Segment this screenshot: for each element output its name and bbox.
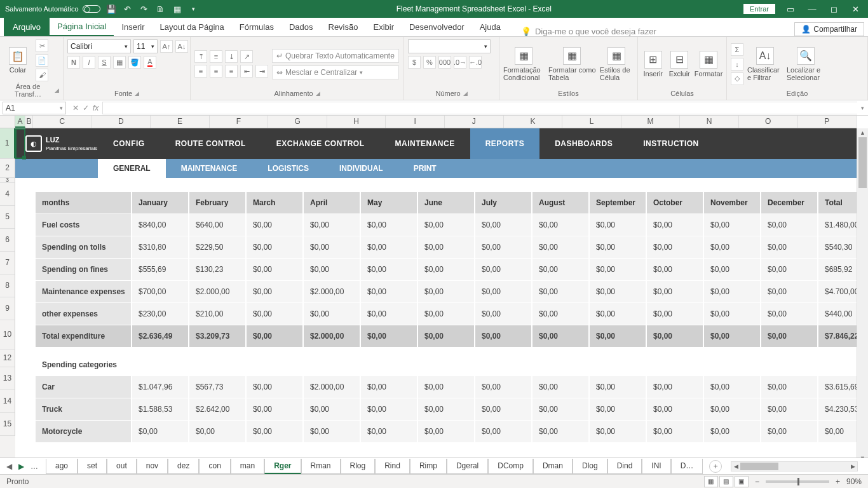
cell[interactable]: $229,50 bbox=[189, 236, 245, 259]
col-header-I[interactable]: I bbox=[386, 116, 445, 128]
autosum-icon[interactable]: Σ bbox=[731, 43, 743, 56]
cell[interactable]: $0,00 bbox=[647, 303, 703, 325]
cell[interactable]: $0,00 bbox=[532, 281, 588, 303]
cell[interactable]: $540,30 bbox=[818, 236, 857, 259]
cell[interactable]: $2.000,00 bbox=[304, 325, 360, 348]
align-right-icon[interactable]: ≡ bbox=[225, 65, 238, 78]
cell[interactable]: $0,00 bbox=[761, 236, 817, 259]
cell[interactable]: $0,00 bbox=[418, 236, 474, 259]
share-button[interactable]: 👤 Compartilhar bbox=[794, 22, 864, 36]
fill-color-icon[interactable]: 🪣 bbox=[128, 56, 141, 69]
cell[interactable]: $0,00 bbox=[475, 398, 531, 421]
col-header-H[interactable]: H bbox=[327, 116, 386, 128]
grid-content[interactable]: ◐ LUZPlanilhas Empresariais CONFIGROUTE … bbox=[15, 128, 857, 463]
dialog-launcher-icon[interactable]: ◢ bbox=[55, 87, 59, 93]
cell[interactable]: $0,00 bbox=[590, 236, 646, 259]
cell[interactable]: $0,00 bbox=[761, 214, 817, 236]
cell[interactable]: $0,00 bbox=[704, 398, 760, 421]
italic-icon[interactable]: I bbox=[83, 56, 95, 69]
close-icon[interactable]: ✕ bbox=[849, 3, 862, 15]
app-nav-config[interactable]: CONFIG bbox=[98, 128, 160, 159]
cell[interactable]: $440,00 bbox=[818, 303, 857, 325]
cell[interactable]: $2.000,00 bbox=[304, 281, 360, 303]
sheet-tab-out[interactable]: out bbox=[107, 459, 137, 474]
cell[interactable]: $0,00 bbox=[761, 398, 817, 421]
cell[interactable]: $0,00 bbox=[418, 398, 474, 421]
cell[interactable]: $0,00 bbox=[532, 303, 588, 325]
cell[interactable]: $0,00 bbox=[361, 214, 417, 236]
row-headers[interactable]: 1234567891012131415 bbox=[0, 128, 15, 463]
cell[interactable]: $0,00 bbox=[247, 325, 302, 348]
scroll-left-icon[interactable]: ◀ bbox=[731, 462, 740, 471]
cell[interactable]: $567,73 bbox=[189, 376, 245, 398]
sheet-tab-con[interactable]: con bbox=[199, 459, 230, 474]
cell[interactable]: $210,00 bbox=[189, 303, 245, 325]
col-header-F[interactable]: F bbox=[210, 116, 269, 128]
col-header-G[interactable]: G bbox=[268, 116, 327, 128]
increase-indent-icon[interactable]: ⇥ bbox=[255, 65, 268, 78]
formula-input[interactable] bbox=[102, 102, 857, 114]
decrease-decimal-icon[interactable]: ←.0 bbox=[469, 56, 482, 69]
align-center-icon[interactable]: ≡ bbox=[210, 65, 222, 78]
cell[interactable]: $0,00 bbox=[761, 376, 817, 398]
cell[interactable]: $0,00 bbox=[590, 303, 646, 325]
cell[interactable]: $0,00 bbox=[418, 325, 474, 348]
sheet-tab-rman[interactable]: Rman bbox=[301, 459, 341, 474]
save-icon[interactable]: 💾 bbox=[105, 3, 117, 15]
cell[interactable]: $0,00 bbox=[532, 325, 588, 348]
cell[interactable]: $3.615,69 bbox=[818, 376, 857, 398]
sheet-tab-ago[interactable]: ago bbox=[46, 459, 78, 474]
app-nav-maintenance[interactable]: MAINTENANCE bbox=[380, 128, 470, 159]
grow-font-icon[interactable]: A↑ bbox=[160, 40, 173, 53]
cell[interactable]: $1.480,00 bbox=[818, 214, 857, 236]
autosave-toggle[interactable]: Salvamento Automático bbox=[5, 5, 100, 13]
sub-tab-maintenance[interactable]: MAINTENANCE bbox=[166, 159, 253, 178]
ribbon-tab-layout-da-página[interactable]: Layout da Página bbox=[153, 18, 232, 36]
cell[interactable]: $0,00 bbox=[704, 236, 760, 259]
cell[interactable]: $0,00 bbox=[590, 398, 646, 421]
sheet-tab-dman[interactable]: Dman bbox=[533, 459, 573, 474]
row-header-5[interactable]: 5 bbox=[0, 206, 15, 229]
dialog-launcher-icon[interactable]: ◢ bbox=[135, 90, 139, 97]
cell[interactable]: $4.700,00 bbox=[818, 281, 857, 303]
find-select-button[interactable]: 🔍Localizar e Selecionar bbox=[787, 47, 825, 81]
cell[interactable]: $0,00 bbox=[704, 281, 760, 303]
cell[interactable]: $0,00 bbox=[247, 281, 302, 303]
format-as-table-button[interactable]: ▦Formatar como Tabela bbox=[548, 47, 596, 81]
cell[interactable]: $0,00 bbox=[532, 236, 588, 259]
cell[interactable]: $0,00 bbox=[304, 303, 360, 325]
font-size-select[interactable]: 11▾ bbox=[133, 39, 158, 53]
scroll-right-icon[interactable]: ▶ bbox=[848, 462, 857, 471]
col-header-C[interactable]: C bbox=[33, 116, 92, 128]
cell[interactable]: $0,00 bbox=[532, 376, 588, 398]
add-sheet-button[interactable]: + bbox=[709, 460, 722, 473]
delete-cells-button[interactable]: ⊟Excluir bbox=[668, 51, 691, 78]
cell[interactable]: $0,00 bbox=[475, 421, 531, 443]
cell[interactable]: $0,00 bbox=[361, 398, 417, 421]
clear-icon[interactable]: ◇ bbox=[731, 72, 743, 85]
sheet-nav-more-icon[interactable]: … bbox=[31, 462, 38, 471]
cell[interactable]: $2.636,49 bbox=[132, 325, 188, 348]
cell[interactable]: $0,00 bbox=[590, 259, 646, 281]
cell[interactable]: $7.846,22 bbox=[818, 325, 857, 348]
cell[interactable]: $0,00 bbox=[247, 398, 302, 421]
cell[interactable]: $640,00 bbox=[189, 214, 245, 236]
cell[interactable]: $0,00 bbox=[247, 214, 302, 236]
cell[interactable]: $0,00 bbox=[704, 214, 760, 236]
sheet-tab-dez[interactable]: dez bbox=[168, 459, 199, 474]
qat-icon-2[interactable]: ▦ bbox=[172, 3, 183, 15]
cell[interactable]: $0,00 bbox=[475, 303, 531, 325]
font-color-icon[interactable]: A bbox=[144, 56, 156, 69]
cell[interactable]: $2.642,00 bbox=[189, 398, 245, 421]
cell[interactable]: $0,00 bbox=[532, 398, 588, 421]
cell[interactable]: $0,00 bbox=[761, 281, 817, 303]
cell[interactable]: $0,00 bbox=[475, 325, 531, 348]
sheet-nav-prev-icon[interactable]: ◀ bbox=[6, 462, 12, 471]
underline-icon[interactable]: S bbox=[98, 56, 111, 69]
col-header-K[interactable]: K bbox=[504, 116, 563, 128]
percent-icon[interactable]: % bbox=[423, 56, 436, 69]
login-button[interactable]: Entrar bbox=[743, 4, 775, 14]
app-nav-route-control[interactable]: ROUTE CONTROL bbox=[160, 128, 261, 159]
expand-formula-icon[interactable]: ▾ bbox=[857, 105, 868, 111]
page-layout-view-icon[interactable]: ▤ bbox=[719, 476, 733, 487]
